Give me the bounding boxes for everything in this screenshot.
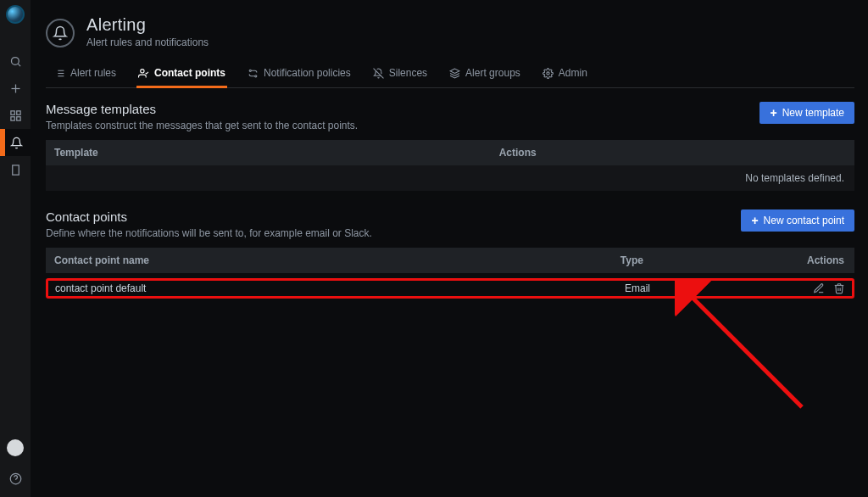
col-template: Template bbox=[46, 140, 491, 165]
svg-rect-4 bbox=[10, 110, 14, 114]
page-header-icon bbox=[46, 19, 75, 47]
left-sidebar bbox=[0, 0, 31, 497]
tab-label: Notification policies bbox=[264, 67, 351, 79]
svg-rect-5 bbox=[16, 110, 19, 114]
tab-label: Silences bbox=[389, 67, 427, 79]
tab-label: Contact points bbox=[154, 67, 225, 79]
user-avatar[interactable] bbox=[7, 439, 24, 456]
templates-empty-row: No templates defined. bbox=[46, 165, 854, 191]
annotation-arrow bbox=[675, 280, 827, 416]
section-title: Message templates bbox=[46, 102, 358, 116]
tab-alert-groups[interactable]: Alert groups bbox=[448, 60, 522, 87]
tab-label: Admin bbox=[559, 67, 587, 79]
svg-point-23 bbox=[141, 69, 144, 72]
tab-silences[interactable]: Silences bbox=[371, 60, 429, 87]
svg-rect-8 bbox=[12, 165, 19, 174]
svg-point-24 bbox=[249, 70, 251, 71]
nav-create[interactable] bbox=[0, 75, 31, 102]
layers-icon bbox=[449, 68, 460, 79]
list-icon bbox=[54, 68, 65, 79]
tab-alert-rules[interactable]: Alert rules bbox=[53, 60, 118, 87]
section-desc: Define where the notifications will be s… bbox=[46, 227, 372, 239]
tab-label: Alert groups bbox=[465, 67, 520, 79]
contact-points-icon bbox=[138, 68, 149, 79]
dashboards-icon bbox=[9, 109, 22, 122]
svg-line-29 bbox=[687, 293, 802, 407]
svg-rect-7 bbox=[10, 116, 14, 120]
nav-alerting[interactable] bbox=[0, 129, 31, 156]
tab-label: Alert rules bbox=[70, 67, 116, 79]
edit-button[interactable] bbox=[813, 282, 825, 294]
plus-icon bbox=[9, 82, 22, 95]
routes-icon bbox=[248, 68, 259, 79]
tab-contact-points[interactable]: Contact points bbox=[136, 60, 227, 87]
page-header: Alerting Alert rules and notifications bbox=[46, 15, 854, 48]
message-templates-section: Message templates Templates construct th… bbox=[46, 102, 854, 191]
tab-notification-policies[interactable]: Notification policies bbox=[246, 60, 353, 87]
plus-icon: + bbox=[770, 109, 776, 117]
gear-icon bbox=[542, 68, 554, 79]
delete-button[interactable] bbox=[833, 282, 845, 294]
contact-point-name: contact point default bbox=[55, 282, 625, 294]
templates-table: Template Actions No templates defined. bbox=[46, 140, 854, 191]
bell-icon bbox=[10, 137, 23, 149]
button-label: New template bbox=[782, 107, 844, 119]
svg-point-25 bbox=[255, 75, 257, 76]
plus-icon: + bbox=[751, 216, 758, 225]
nav-search[interactable] bbox=[0, 47, 31, 75]
nav-dashboards[interactable] bbox=[0, 102, 31, 129]
contact-points-table: Contact point name Type Actions bbox=[46, 248, 854, 273]
col-actions: Actions bbox=[774, 248, 854, 273]
svg-line-1 bbox=[18, 64, 20, 66]
help-icon bbox=[9, 472, 22, 485]
building-icon bbox=[9, 164, 22, 176]
main-content: Alerting Alert rules and notifications A… bbox=[31, 0, 868, 497]
col-actions: Actions bbox=[491, 140, 854, 165]
svg-point-0 bbox=[11, 57, 19, 64]
new-template-button[interactable]: + New template bbox=[760, 102, 854, 124]
col-type: Type bbox=[612, 248, 774, 273]
svg-point-28 bbox=[547, 71, 549, 74]
tab-admin[interactable]: Admin bbox=[541, 60, 589, 87]
app-logo[interactable] bbox=[6, 5, 25, 24]
nav-server-admin[interactable] bbox=[0, 156, 31, 183]
contact-point-type: Email bbox=[625, 282, 813, 294]
tab-bar: Alert rules Contact points Notification … bbox=[46, 60, 854, 88]
svg-rect-6 bbox=[16, 116, 19, 120]
new-contact-point-button[interactable]: + New contact point bbox=[741, 209, 854, 232]
mute-bell-icon bbox=[373, 68, 384, 79]
section-title: Contact points bbox=[46, 209, 372, 224]
section-desc: Templates construct the messages that ge… bbox=[46, 120, 358, 131]
button-label: New contact point bbox=[764, 215, 844, 226]
svg-marker-27 bbox=[450, 69, 459, 73]
svg-line-26 bbox=[373, 68, 383, 78]
contact-point-row-highlighted[interactable]: contact point default Email bbox=[46, 278, 854, 299]
contact-points-section: Contact points Define where the notifica… bbox=[46, 209, 854, 299]
col-name: Contact point name bbox=[46, 248, 612, 273]
nav-help[interactable] bbox=[0, 465, 31, 492]
templates-empty-text: No templates defined. bbox=[46, 165, 854, 191]
page-title: Alerting bbox=[86, 15, 209, 35]
page-subtitle: Alert rules and notifications bbox=[86, 36, 209, 48]
search-icon bbox=[9, 55, 22, 68]
